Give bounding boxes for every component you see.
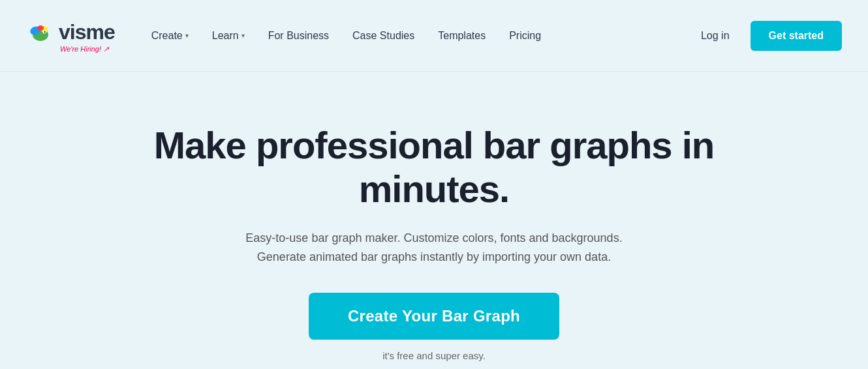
create-bar-graph-button[interactable]: Create Your Bar Graph: [309, 293, 559, 340]
free-label: it's free and super easy.: [382, 350, 486, 361]
nav-actions: Log in Get started: [690, 21, 842, 51]
nav-learn[interactable]: Learn ▾: [202, 25, 255, 47]
logo-area: visme We're Hiring! ↗: [26, 18, 115, 53]
svg-point-4: [37, 25, 44, 31]
nav-pricing[interactable]: Pricing: [499, 25, 551, 47]
brand-name: visme: [59, 20, 115, 44]
hero-section: Make professional bar graphs in minutes.…: [0, 72, 868, 369]
login-button[interactable]: Log in: [690, 25, 740, 47]
hero-title: Make professional bar graphs in minutes.: [75, 124, 793, 211]
get-started-button[interactable]: Get started: [751, 21, 842, 51]
navbar: visme We're Hiring! ↗ Create ▾ Learn ▾ F…: [0, 0, 868, 72]
hero-subtitle: Easy-to-use bar graph maker. Customize c…: [245, 229, 623, 267]
chevron-down-icon: ▾: [185, 32, 189, 39]
nav-create[interactable]: Create ▾: [141, 25, 199, 47]
nav-templates[interactable]: Templates: [427, 25, 496, 47]
nav-case-studies[interactable]: Case Studies: [342, 25, 425, 47]
hiring-tag: We're Hiring! ↗: [60, 45, 109, 53]
chevron-down-icon: ▾: [241, 32, 245, 39]
nav-for-business[interactable]: For Business: [258, 25, 339, 47]
visme-logo-icon: [26, 18, 55, 46]
nav-links: Create ▾ Learn ▾ For Business Case Studi…: [141, 25, 690, 47]
svg-point-6: [44, 31, 45, 33]
